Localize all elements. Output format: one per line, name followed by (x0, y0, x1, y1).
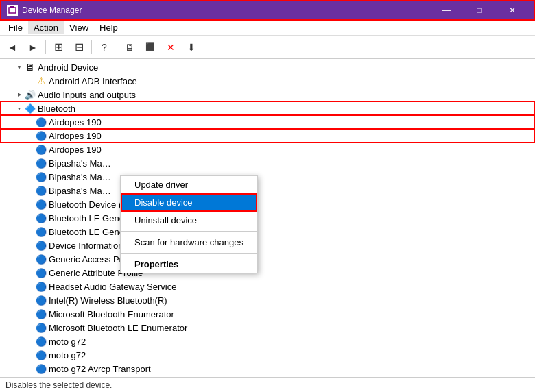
update-icon-btn[interactable]: ⬇ (182, 38, 201, 56)
tree-item-intel-wireless[interactable]: 🔵 Intel(R) Wireless Bluetooth(R) (0, 293, 535, 307)
context-menu-item-properties[interactable]: Properties (121, 256, 257, 273)
menu-bar: File Action View Help (0, 21, 535, 36)
context-menu-separator-1 (121, 231, 257, 232)
expand-icon[interactable] (14, 62, 25, 73)
tree-item-moto-g72-1[interactable]: 🔵 moto g72 (0, 334, 535, 348)
tree-item-moto-g72-2[interactable]: 🔵 moto g72 (0, 348, 535, 362)
tree-item-ms-bt-enum[interactable]: 🔵 Microsoft Bluetooth Enumerator (0, 307, 535, 321)
status-bar: Disables the selected device. (0, 377, 535, 392)
item-label: Microsoft Bluetooth Enumerator (49, 309, 174, 319)
expand-icon[interactable] (14, 103, 25, 114)
toolbar: ◄ ► ⊞ ⊟ ? 🖥 ⬛ ✕ ⬇ (0, 36, 535, 59)
item-label: Airdopes 190 (49, 131, 102, 141)
bluetooth-icon: 🔵 (36, 308, 47, 319)
bluetooth-icon: 🔵 (36, 158, 47, 169)
item-label: Bipasha's Ma… (49, 186, 111, 196)
bluetooth-icon: 🔵 (36, 199, 47, 210)
bluetooth-icon: 🔵 (36, 350, 47, 360)
menu-help[interactable]: Help (94, 21, 123, 34)
bluetooth-icon: 🔵 (36, 117, 47, 127)
tree-item-bipasha-3[interactable]: 🔵 Bipasha's Ma… (0, 184, 535, 197)
tree-item-headset-audio[interactable]: 🔵 Headset Audio Gateway Service (0, 280, 535, 293)
context-menu-separator-2 (121, 253, 257, 254)
tree-item-bluetooth[interactable]: 🔷 Bluetooth (0, 101, 535, 115)
item-label: moto g72 Avrcp Transport (49, 364, 151, 374)
tree-item-generic-attribute[interactable]: 🔵 Generic Attribute Profile (0, 266, 535, 280)
tree-item-bt-device[interactable]: 🔵 Bluetooth Device (Communication Device… (0, 197, 535, 211)
item-label: Audio inputs and outputs (38, 90, 136, 100)
computer-icon: 🖥 (25, 62, 36, 73)
minimize-button[interactable]: — (431, 0, 462, 21)
bluetooth-icon: 🔵 (36, 240, 47, 251)
bluetooth-icon: 🔵 (36, 144, 47, 155)
expand-button[interactable]: ⊞ (49, 38, 68, 56)
tree-item-bipasha-2[interactable]: 🔵 Bipasha's Ma… (0, 170, 535, 184)
computer-icon-btn[interactable]: 🖥 (120, 38, 139, 56)
bluetooth-icon: 🔵 (36, 295, 47, 306)
bluetooth-icon: 🔵 (36, 322, 47, 333)
tree-item-ms-bt-le[interactable]: 🔵 Microsoft Bluetooth LE Enumerator (0, 321, 535, 334)
item-label: Headset Audio Gateway Service (49, 282, 176, 292)
context-menu-item-disable-device[interactable]: Disable device (121, 193, 257, 212)
expand-icon[interactable] (14, 89, 25, 100)
status-text: Disables the selected device. (5, 380, 112, 390)
context-menu: Update driver Disable device Uninstall d… (120, 175, 258, 273)
svg-rect-0 (9, 8, 16, 13)
bluetooth-icon: 🔵 (36, 130, 47, 141)
item-label: Airdopes 190 (49, 117, 102, 127)
title-bar-title: Device Manager (22, 5, 431, 15)
tree-item-android-adb[interactable]: ⚠ Android ADB Interface (0, 74, 535, 88)
tree-item-moto-avrcp-1[interactable]: 🔵 moto g72 Avrcp Transport (0, 362, 535, 376)
menu-view[interactable]: View (64, 21, 94, 34)
context-menu-item-update-driver[interactable]: Update driver (121, 176, 257, 193)
bluetooth-icon: 🔵 (36, 281, 47, 292)
monitor-icon-btn[interactable]: ⬛ (141, 38, 160, 56)
bluetooth-icon: 🔵 (36, 336, 47, 347)
tree-item-moto-avrcp-2[interactable]: 🔵 moto g72 Avrcp Transport (0, 376, 535, 377)
item-label: Bluetooth (38, 103, 75, 114)
bluetooth-icon: 🔵 (36, 267, 47, 278)
tree-item-generic-access[interactable]: 🔵 Generic Access Profile (0, 252, 535, 266)
title-bar: Device Manager — □ ✕ (0, 0, 535, 21)
bluetooth-category-icon: 🔷 (25, 103, 36, 114)
tree-item-ble-generic-1[interactable]: 🔵 Bluetooth LE Generic Attribute Service (0, 211, 535, 225)
audio-icon: 🔊 (25, 89, 36, 100)
tree-item-device-info[interactable]: 🔵 Device Information Service (0, 238, 535, 252)
bluetooth-icon: 🔵 (36, 254, 47, 265)
warning-icon: ⚠ (36, 75, 47, 86)
tree-item-ble-generic-2[interactable]: 🔵 Bluetooth LE Generic Attribute Service (0, 225, 535, 238)
maximize-button[interactable]: □ (464, 0, 495, 21)
main-content: 🖥 Android Device ⚠ Android ADB Interface… (0, 59, 535, 377)
svg-rect-1 (10, 6, 14, 8)
item-label: moto g72 (49, 336, 86, 347)
bluetooth-icon: 🔵 (36, 212, 47, 223)
item-label: Bipasha's Ma… (49, 158, 111, 169)
tree-item-airdopes-3[interactable]: 🔵 Airdopes 190 (0, 143, 535, 156)
context-menu-item-uninstall-device[interactable]: Uninstall device (121, 212, 257, 229)
title-bar-icon (7, 5, 18, 16)
forward-button[interactable]: ► (23, 38, 43, 56)
tree-item-android-device[interactable]: 🖥 Android Device (0, 60, 535, 74)
disable-icon-btn[interactable]: ✕ (161, 38, 180, 56)
collapse-button[interactable]: ⊟ (69, 38, 88, 56)
item-label: Microsoft Bluetooth LE Enumerator (49, 323, 187, 333)
tree-item-airdopes-2[interactable]: 🔵 Airdopes 190 (0, 129, 535, 143)
menu-file[interactable]: File (3, 21, 28, 34)
tree-view[interactable]: 🖥 Android Device ⚠ Android ADB Interface… (0, 59, 535, 377)
item-label: Android ADB Interface (49, 76, 137, 86)
bluetooth-icon: 🔵 (36, 226, 47, 237)
bluetooth-icon: 🔵 (36, 363, 47, 374)
tree-item-airdopes-1[interactable]: 🔵 Airdopes 190 (0, 115, 535, 129)
close-button[interactable]: ✕ (497, 0, 528, 21)
tree-item-audio-inputs[interactable]: 🔊 Audio inputs and outputs (0, 88, 535, 101)
tree-item-bipasha-1[interactable]: 🔵 Bipasha's Ma… (0, 156, 535, 170)
menu-action[interactable]: Action (28, 21, 64, 34)
context-menu-item-scan-hardware[interactable]: Scan for hardware changes (121, 234, 257, 251)
back-button[interactable]: ◄ (3, 38, 22, 56)
item-label: Android Device (38, 62, 98, 73)
help-button[interactable]: ? (95, 38, 114, 56)
bluetooth-icon: 🔵 (36, 185, 47, 196)
item-label: Airdopes 190 (49, 145, 102, 155)
item-label: Intel(R) Wireless Bluetooth(R) (49, 295, 167, 306)
item-label: moto g72 (49, 350, 86, 360)
